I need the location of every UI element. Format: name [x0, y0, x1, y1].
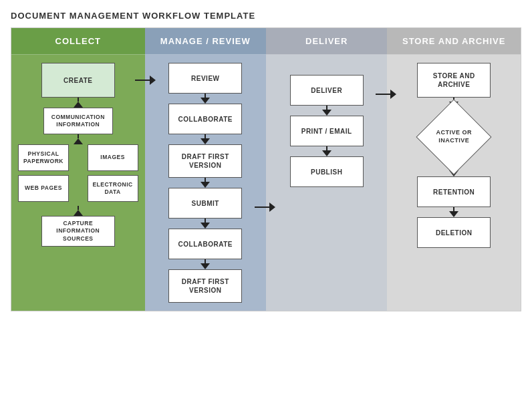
- column-store: STORE AND ARCHIVE STORE AND ARCHIVE ACTI…: [387, 28, 521, 311]
- page-title: DOCUMENT MANAGEMENT WORKFLOW TEMPLATE: [11, 11, 521, 21]
- collect-header: COLLECT: [11, 28, 145, 55]
- capture-box: CAPTURE INFORMATION SOURCES: [41, 216, 115, 247]
- workflow-container: COLLECT CREATE COMMUNIC: [11, 27, 521, 311]
- store-header: STORE AND ARCHIVE: [387, 28, 521, 55]
- images-box: IMAGES: [88, 144, 138, 171]
- deletion-box: DELETION: [417, 217, 491, 248]
- retention-box: RETENTION: [417, 176, 491, 207]
- web-box: WEB PAGES: [18, 175, 69, 202]
- store-archive-box: STORE AND ARCHIVE: [417, 63, 491, 98]
- collaborate-box-1: COLLABORATE: [168, 104, 242, 134]
- active-inactive-diamond: ACTIVE OR INACTIVE: [416, 99, 492, 174]
- manage-header: MANAGE / REVIEW: [145, 28, 266, 55]
- column-collect: COLLECT CREATE COMMUNIC: [11, 28, 145, 311]
- create-box: CREATE: [41, 63, 115, 98]
- collaborate-box-2: COLLABORATE: [168, 229, 242, 259]
- column-manage: MANAGE / REVIEW REVIEW COLLABORATE DRAFT…: [145, 28, 266, 311]
- publish-box: PUBLISH: [290, 156, 364, 187]
- deliver-header: DELIVER: [266, 28, 387, 55]
- print-email-box: PRINT / EMAIL: [290, 116, 364, 146]
- draft-box-1: DRAFT FIRST VERSION: [168, 144, 242, 178]
- communication-box: COMMUNICATION INFORMATION: [43, 108, 113, 134]
- review-box: REVIEW: [168, 63, 242, 94]
- draft-box-2: DRAFT FIRST VERSION: [168, 269, 242, 303]
- column-deliver: DELIVER DELIVER PRINT / EMAIL PUBLISH: [266, 28, 387, 311]
- physical-box: PHYSICAL PAPERWORK: [18, 144, 69, 171]
- electronic-box: ELECTRONIC DATA: [88, 175, 138, 202]
